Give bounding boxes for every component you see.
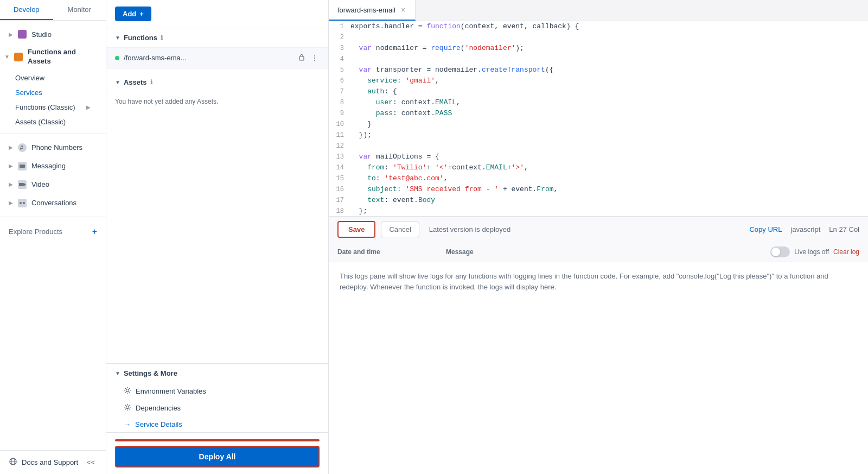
sidebar-item-overview[interactable]: Overview	[0, 71, 106, 85]
plus-icon: +	[139, 10, 144, 18]
deploy-progress-bar	[115, 439, 320, 441]
functions-info-icon[interactable]: ℹ	[161, 34, 163, 41]
add-button[interactable]: Add +	[115, 7, 151, 21]
editor-tab-forward-sms[interactable]: forward-sms-email ×	[329, 0, 416, 21]
chevron-right-icon: ▶	[86, 104, 91, 110]
sidebar-item-messaging-label: Messaging	[31, 162, 66, 170]
studio-icon	[17, 29, 27, 39]
svg-rect-9	[18, 199, 27, 207]
chevron-right-icon: ▶	[9, 163, 13, 169]
live-logs-toggle[interactable]	[770, 247, 790, 257]
tab-develop[interactable]: Develop	[0, 0, 53, 20]
code-line-16: 16 subject: 'SMS received from - ' + eve…	[329, 184, 868, 195]
deploy-all-button[interactable]: Deploy All	[115, 446, 320, 467]
code-line-12: 12	[329, 141, 868, 151]
deploy-area: Deploy All	[106, 432, 328, 474]
chevron-right-icon: ▶	[9, 200, 13, 206]
settings-header[interactable]: ▼ Settings & More	[106, 364, 328, 383]
assets-chevron-icon[interactable]: ▼	[115, 79, 120, 85]
middle-header: Add +	[106, 0, 328, 28]
messaging-icon	[17, 161, 27, 171]
code-line-13: 13 var mailOptions = {	[329, 151, 868, 162]
code-line-4: 4	[329, 54, 868, 65]
middle-scroll: ▼ Functions ℹ /forward-sms-ema... ⋮ ▼ As…	[106, 28, 328, 363]
chevron-right-icon: ▶	[9, 31, 13, 37]
bottom-toolbar: Save Cancel Latest version is deployed C…	[329, 216, 868, 242]
assets-section-header: ▼ Assets ℹ	[106, 73, 328, 92]
sidebar-item-services[interactable]: Services	[0, 85, 106, 100]
gear-icon-2	[124, 403, 131, 413]
globe-icon	[9, 457, 17, 467]
settings-chevron-icon: ▼	[115, 370, 120, 376]
deployed-status: Latest version is deployed	[429, 225, 510, 233]
live-logs-label: Live logs off	[794, 248, 829, 256]
main-editor-area: forward-sms-email × 1exports.handler = f…	[329, 0, 868, 474]
docs-support[interactable]: Docs and Support	[9, 457, 78, 467]
functions-chevron-icon[interactable]: ▼	[115, 35, 120, 41]
assets-empty-message: You have not yet added any Assets.	[106, 92, 328, 111]
sidebar-item-functions-classic[interactable]: Functions (Classic) ▶	[0, 100, 106, 115]
sidebar-item-fa-label: Functions and Assets	[28, 48, 97, 66]
sidebar-item-functions-assets[interactable]: ▼ Functions and Assets	[0, 43, 106, 71]
lock-icon[interactable]	[297, 52, 307, 64]
function-item-forward-sms[interactable]: /forward-sms-ema... ⋮	[106, 48, 328, 68]
more-options-icon[interactable]: ⋮	[310, 53, 320, 64]
svg-point-17	[126, 406, 129, 409]
clear-logs-button[interactable]: Clear log	[833, 248, 859, 256]
dependencies-item[interactable]: Dependencies	[106, 400, 328, 416]
sidebar-item-messaging[interactable]: ▶ Messaging	[0, 157, 106, 175]
sidebar-item-assets-classic[interactable]: Assets (Classic)	[0, 115, 106, 129]
gear-icon	[124, 387, 131, 396]
logs-toggle-area: Live logs off Clear log	[770, 247, 859, 257]
code-line-11: 11 });	[329, 130, 868, 141]
sidebar-item-studio[interactable]: ▶ Studio	[0, 25, 106, 43]
video-icon	[17, 180, 27, 189]
code-line-8: 8 user: context.EMAIL,	[329, 97, 868, 108]
fa-icon	[14, 52, 23, 62]
sidebar: Develop Monitor ▶ Studio ▼ Functions and…	[0, 0, 106, 474]
toolbar-right: Copy URL javascript Ln 27 Col	[749, 225, 859, 233]
save-button[interactable]: Save	[337, 221, 375, 238]
explore-products[interactable]: Explore Products +	[0, 222, 106, 242]
collapse-sidebar-button[interactable]: <<	[85, 456, 97, 469]
chevron-right-icon: ▶	[9, 144, 13, 150]
sidebar-item-phone-numbers[interactable]: ▶ # Phone Numbers	[0, 138, 106, 157]
arrow-right-icon: →	[124, 420, 131, 428]
phone-icon: #	[17, 143, 27, 153]
middle-panel: Add + ▼ Functions ℹ /forward-sms-ema... …	[106, 0, 329, 474]
assets-info-icon[interactable]: ℹ	[150, 79, 152, 86]
copy-url-button[interactable]: Copy URL	[749, 225, 782, 233]
code-line-5: 5 var transporter = nodemailer.createTra…	[329, 65, 868, 75]
code-line-14: 14 from: 'Twilio'+ '<'+context.EMAIL+'>'…	[329, 162, 868, 173]
sidebar-item-studio-label: Studio	[31, 30, 52, 39]
position-label: Ln 27 Col	[829, 225, 859, 233]
svg-point-11	[23, 202, 25, 204]
divider-2	[0, 217, 106, 217]
tab-monitor[interactable]: Monitor	[53, 0, 106, 20]
tab-close-button[interactable]: ×	[400, 5, 406, 14]
code-line-10: 10 }	[329, 119, 868, 130]
code-editor[interactable]: 1exports.handler = function(context, eve…	[329, 21, 868, 216]
svg-rect-15	[299, 56, 304, 60]
code-line-6: 6 service: 'gmail',	[329, 75, 868, 86]
logs-message-col: Message	[446, 248, 770, 256]
chevron-down-icon: ▼	[4, 54, 10, 60]
code-line-2: 2	[329, 32, 868, 43]
tab-bar: forward-sms-email ×	[329, 0, 868, 21]
logs-header: Date and time Message Live logs off Clea…	[329, 242, 868, 262]
toggle-thumb	[771, 248, 780, 256]
sidebar-item-conversations[interactable]: ▶ Conversations	[0, 194, 106, 212]
svg-point-10	[20, 202, 22, 204]
svg-text:#: #	[20, 145, 23, 151]
env-vars-item[interactable]: Environment Variables	[106, 383, 328, 400]
language-label: javascript	[790, 225, 820, 233]
svg-rect-1	[14, 53, 23, 61]
chevron-right-icon: ▶	[9, 181, 13, 187]
code-line-15: 15 to: 'test@abc.com',	[329, 173, 868, 184]
tab-label: forward-sms-email	[337, 6, 395, 14]
sidebar-item-video[interactable]: ▶ Video	[0, 175, 106, 194]
code-line-7: 7 auth: {	[329, 86, 868, 97]
cancel-button[interactable]: Cancel	[381, 222, 419, 237]
service-details-item[interactable]: → Service Details	[106, 416, 328, 432]
add-icon: +	[92, 227, 97, 237]
